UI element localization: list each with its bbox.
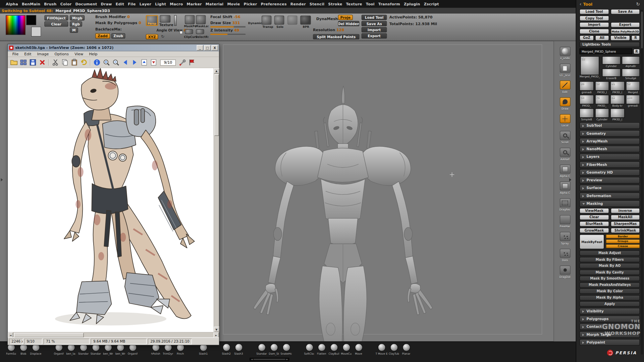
brush-quick-item[interactable]: Standar [256, 344, 268, 356]
bpr-toggle[interactable] [300, 16, 311, 25]
brush-quick-item[interactable]: MoveCu [340, 344, 353, 356]
tool-thumb[interactable]: 52 Merged [626, 81, 640, 94]
dynamic-label[interactable]: Dynamic [248, 22, 262, 25]
tool-panel-button[interactable]: Copy Tool [580, 16, 609, 21]
tool-panel-button[interactable]: Load Tool [580, 9, 609, 14]
irfanview-menu-item[interactable]: Image [34, 52, 52, 56]
tray-item[interactable]: Scroll [557, 131, 573, 144]
draw-size-slider[interactable]: Draw Size 331 [210, 21, 240, 25]
masklasso-brush-thumb[interactable] [196, 15, 206, 24]
masking-button[interactable]: Clear [580, 215, 609, 220]
solo-toggle[interactable] [274, 16, 284, 25]
scroll-left-arrow-icon[interactable]: ◄ [251, 358, 253, 360]
tool-panel-button[interactable]: Export [610, 22, 640, 27]
tray-item[interactable]: x_undo [557, 47, 573, 60]
tool-thumb[interactable]: AlphaBr [622, 56, 640, 68]
masking-row-button[interactable]: Mask By Cavity [580, 269, 640, 275]
current-tool-name[interactable]: Merged_PM3D_Sphere [580, 48, 632, 54]
tool-panel-button[interactable]: R [631, 35, 640, 41]
del-hidden-button[interactable]: Del Hidden [338, 21, 360, 26]
masking-button[interactable]: SharpenMas [610, 221, 640, 227]
menu-item[interactable]: Tool [366, 2, 375, 6]
brush-quick-item[interactable]: T Move E [375, 344, 388, 356]
brush-quick-item[interactable]: Pinch [174, 344, 186, 356]
menu-item[interactable]: Transform [378, 2, 400, 6]
shelf-load-tool-button[interactable]: Load Tool [362, 15, 387, 20]
tool-section-header[interactable]: NanoMesh [580, 146, 640, 153]
maximize-button[interactable]: □ [204, 45, 211, 50]
menu-item[interactable]: Alpha [6, 2, 18, 6]
tray-item[interactable]: Alpha C [557, 181, 573, 194]
brush-quick-item[interactable]: Slash2 [220, 344, 232, 356]
tool-panel-button[interactable]: Import [580, 22, 609, 27]
menu-item[interactable]: Color [60, 2, 72, 6]
menu-item[interactable]: Preferences [261, 2, 286, 6]
z-intensity-groove[interactable] [210, 34, 246, 35]
brush-quick-item[interactable]: Slash1 [197, 344, 210, 356]
tool-thumb[interactable]: PM3D_( [610, 108, 625, 121]
menu-item[interactable]: Picker [244, 2, 257, 6]
brush-quick-item[interactable]: Slash3 [232, 344, 245, 356]
tool-section-header[interactable]: Surface [580, 185, 640, 191]
brush-quick-item[interactable]: hPolish [150, 344, 162, 356]
thumbnails-icon[interactable] [19, 58, 28, 66]
irfanview-menu-item[interactable]: Help [86, 52, 100, 56]
tool-r-button[interactable]: R [633, 49, 640, 54]
menu-item[interactable]: Brush [44, 2, 56, 6]
exit-icon[interactable] [188, 58, 196, 66]
brush-quick-item[interactable]: Dam_St [268, 344, 280, 356]
minimize-button[interactable]: _ [197, 45, 204, 50]
tray-item[interactable]: Alpha C [557, 165, 573, 178]
menu-item[interactable]: Material [206, 2, 224, 6]
tool-section-header[interactable]: Geometry [580, 130, 640, 137]
tool-panel-button[interactable]: Visible [610, 35, 630, 41]
right-divider-arrow-icon[interactable] [569, 178, 571, 181]
tool-thumb[interactable]: 76 PM3D_ [595, 95, 609, 108]
menu-item[interactable]: Macro [170, 2, 183, 6]
backface-mask-label[interactable]: BackfaceMa: [95, 27, 122, 31]
paste-icon[interactable] [70, 58, 78, 66]
tool-section-header[interactable]: Layers [580, 154, 640, 160]
menu-item[interactable]: Document [75, 2, 97, 6]
focal-shift-slider[interactable]: Focal Shift -56 [210, 15, 240, 19]
irfanview-menu-item[interactable]: Options [52, 52, 72, 56]
irfanview-menu-item[interactable]: View [72, 52, 86, 56]
brush-quick-item[interactable]: Standar [77, 344, 90, 356]
mrgb-button[interactable]: Mrgb [70, 15, 85, 20]
info-icon[interactable] [93, 58, 101, 66]
brush-quick-item[interactable]: Displace [30, 344, 42, 356]
close-button[interactable]: X [212, 45, 218, 50]
menu-item[interactable]: Draw [101, 2, 112, 6]
brush-quick-item[interactable]: ClayBuil [328, 344, 340, 356]
persp-button[interactable]: Persp [146, 15, 158, 26]
menu-item[interactable]: Zscript [424, 2, 439, 6]
tool-section-header[interactable]: Deformation [580, 192, 640, 199]
masking-row-button[interactable]: Mask By Color [580, 289, 640, 294]
menu-item[interactable]: BenMain [22, 2, 40, 6]
tool-section-header[interactable]: ArrayMesh [580, 138, 640, 144]
clear-button[interactable]: Clear [44, 21, 68, 27]
split-masked-points-button[interactable]: Split Masked Points [313, 34, 359, 40]
menu-item[interactable]: Stroke [328, 2, 342, 6]
scroll-left-arrow-icon[interactable]: ◄ [8, 332, 13, 338]
menu-item[interactable]: Light [155, 2, 166, 6]
brush-quick-item[interactable]: SoftCla: [303, 344, 316, 356]
mask-feature-toggle[interactable]: Crease [606, 244, 640, 248]
page-counter-field[interactable] [160, 59, 176, 65]
brush-quick-item[interactable]: Standar [90, 344, 102, 356]
tool-section-header[interactable]: Visibility [580, 308, 640, 314]
shelf-import-button[interactable]: Import [362, 27, 387, 33]
tray-item[interactable]: Dots [557, 249, 573, 262]
menu-item[interactable]: Edit [116, 2, 124, 6]
masking-button[interactable]: Inverse [610, 208, 640, 214]
resolution-slider[interactable]: Resolution 128 [313, 28, 344, 32]
menu-item[interactable]: Render [290, 2, 306, 6]
refresh-circle-icon[interactable]: ↻ [636, 1, 640, 7]
tray-item[interactable]: Draw [557, 97, 573, 110]
menu-item[interactable]: Stencil [310, 2, 324, 6]
menu-item[interactable]: Layer [140, 2, 151, 6]
masking-row-button[interactable]: Mask By Fibers [580, 257, 640, 262]
zoom-out-icon[interactable] [112, 58, 120, 66]
image-view[interactable] [8, 68, 213, 332]
tray-item[interactable]: Edit [557, 80, 573, 94]
